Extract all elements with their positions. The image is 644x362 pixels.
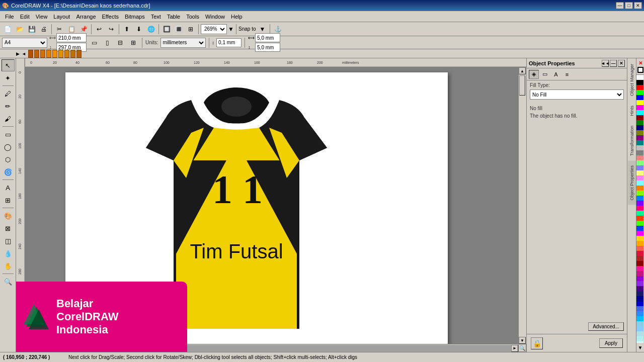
color-swatch-40[interactable] bbox=[636, 276, 643, 281]
color-swatch-16[interactable] bbox=[636, 155, 643, 160]
zoom-tool[interactable]: 🔍 bbox=[2, 276, 15, 288]
text-tab-btn[interactable]: A bbox=[551, 70, 561, 79]
save-button[interactable]: 💾 bbox=[26, 24, 37, 35]
freehand-tool[interactable]: 🖊 bbox=[2, 87, 15, 100]
color-tab-7[interactable] bbox=[64, 50, 69, 58]
landscape-btn[interactable]: ▯ bbox=[102, 37, 113, 48]
artistic-media-tool[interactable]: 🖌 bbox=[2, 113, 15, 125]
page-sorter-btn[interactable]: 🔳 bbox=[173, 24, 184, 35]
color-swatch-6[interactable] bbox=[636, 105, 643, 110]
portrait-btn[interactable]: ▭ bbox=[89, 37, 100, 48]
transparency-tool[interactable]: ◫ bbox=[2, 235, 15, 247]
color-swatch-43[interactable] bbox=[636, 291, 643, 296]
color-swatch-3[interactable] bbox=[636, 90, 643, 95]
close-button[interactable]: ✕ bbox=[634, 2, 642, 9]
color-swatch-47[interactable] bbox=[636, 311, 643, 316]
menu-help[interactable]: Help bbox=[228, 13, 246, 21]
color-swatch-50[interactable] bbox=[636, 326, 643, 331]
nudge-input[interactable] bbox=[216, 38, 242, 47]
color-swatch-49[interactable] bbox=[636, 321, 643, 326]
advanced-button[interactable]: Advanced... bbox=[588, 322, 624, 331]
color-swatch-45[interactable] bbox=[636, 301, 643, 306]
ellipse-tool[interactable]: ◯ bbox=[2, 141, 15, 153]
color-swatch-28[interactable] bbox=[636, 216, 643, 221]
zoom-in-btn[interactable]: ⊞ bbox=[185, 24, 196, 35]
menu-text[interactable]: Text bbox=[148, 13, 164, 21]
color-swatch-13[interactable] bbox=[636, 140, 643, 145]
color-swatch-34[interactable] bbox=[636, 246, 643, 251]
mesh-fill-tool[interactable]: ⊠ bbox=[2, 222, 15, 234]
color-swatch-23[interactable] bbox=[636, 191, 643, 196]
panel-min-btn[interactable]: — bbox=[610, 60, 617, 67]
palette-close-btn[interactable]: ✕ bbox=[637, 59, 644, 66]
panel-close-btn[interactable]: ✕ bbox=[618, 60, 625, 67]
color-swatch-4[interactable] bbox=[636, 95, 643, 100]
color-tab-8[interactable] bbox=[70, 50, 75, 58]
color-tab-9[interactable] bbox=[76, 50, 82, 58]
color-swatch-17[interactable] bbox=[636, 160, 643, 165]
color-swatch-22[interactable] bbox=[636, 186, 643, 191]
zoom-dropdown-btn[interactable]: ▼ bbox=[228, 24, 234, 35]
canvas-area[interactable]: 0 20 40 60 80 100 120 140 160 180 200 mi… bbox=[16, 58, 526, 352]
eyedropper-tool[interactable]: 💧 bbox=[2, 247, 15, 259]
scrollbar-vertical[interactable]: ▲ ▼ bbox=[518, 67, 526, 344]
node-tool[interactable]: ✦ bbox=[2, 72, 15, 84]
table-tool[interactable]: ⊞ bbox=[2, 194, 15, 206]
vtab-transformation[interactable]: Transformation bbox=[628, 121, 636, 160]
select-tool[interactable]: ↖ bbox=[2, 59, 15, 71]
dup-dist-h-input[interactable] bbox=[255, 33, 280, 42]
menu-bitmaps[interactable]: Bitmaps bbox=[122, 13, 148, 21]
color-swatch-32[interactable] bbox=[636, 236, 643, 241]
page-margins-btn[interactable]: ⊟ bbox=[115, 37, 126, 48]
color-swatch-19[interactable] bbox=[636, 170, 643, 175]
prev-page-btn[interactable]: ◄ bbox=[22, 51, 26, 56]
panel-expand-btn[interactable]: ◄◄ bbox=[602, 60, 609, 67]
color-swatch-52[interactable] bbox=[636, 336, 643, 341]
menu-view[interactable]: View bbox=[33, 13, 51, 21]
scroll-down-btn[interactable]: ▼ bbox=[519, 337, 526, 344]
color-tab-3[interactable] bbox=[40, 50, 45, 58]
full-screen-btn[interactable]: 🔲 bbox=[161, 24, 172, 35]
color-swatch-5[interactable] bbox=[636, 100, 643, 105]
vtab-object-properties[interactable]: Object Properties bbox=[628, 161, 636, 205]
units-select[interactable]: millimeters inches pixels bbox=[160, 38, 206, 48]
interactive-fill-tool[interactable]: 🎨 bbox=[2, 210, 15, 222]
no-color-swatch[interactable] bbox=[637, 67, 643, 73]
color-swatch-48[interactable] bbox=[636, 316, 643, 321]
color-swatch-1[interactable] bbox=[636, 80, 643, 85]
color-swatch-51[interactable] bbox=[636, 331, 643, 336]
rectangle-tool[interactable]: ▭ bbox=[2, 128, 15, 140]
open-button[interactable]: 📂 bbox=[14, 24, 25, 35]
color-swatch-44[interactable] bbox=[636, 296, 643, 301]
color-swatch-46[interactable] bbox=[636, 306, 643, 311]
import-button[interactable]: ⬆ bbox=[121, 24, 132, 35]
vtab-object-manager[interactable]: Object Manager bbox=[628, 59, 636, 101]
menu-layout[interactable]: Layout bbox=[50, 13, 73, 21]
color-swatch-38[interactable] bbox=[636, 266, 643, 271]
color-swatch-24[interactable] bbox=[636, 196, 643, 201]
color-swatch-25[interactable] bbox=[636, 201, 643, 206]
lock-button[interactable]: 🔒 bbox=[531, 337, 543, 349]
spiral-tool[interactable]: 🌀 bbox=[2, 166, 15, 178]
add-page-btn[interactable]: ▶ bbox=[16, 51, 20, 56]
color-swatch-7[interactable] bbox=[636, 110, 643, 115]
menu-arrange[interactable]: Arrange bbox=[73, 13, 99, 21]
color-swatch-37[interactable] bbox=[636, 261, 643, 266]
vtab-hints[interactable]: Hints bbox=[628, 101, 636, 121]
zoom-select[interactable]: 269% 100% 200% 50% bbox=[201, 24, 227, 34]
pan-tool[interactable]: ✋ bbox=[2, 260, 15, 272]
color-swatch-27[interactable] bbox=[636, 211, 643, 216]
page-width-input[interactable] bbox=[56, 33, 87, 42]
bezier-tool[interactable]: ✏ bbox=[2, 100, 15, 112]
color-tab-1[interactable] bbox=[28, 50, 33, 58]
minimize-button[interactable]: — bbox=[616, 2, 624, 9]
export-button[interactable]: ⬇ bbox=[133, 24, 144, 35]
apply-button[interactable]: Apply bbox=[599, 338, 623, 348]
scroll-up-btn[interactable]: ▲ bbox=[519, 67, 526, 74]
color-tab-5[interactable] bbox=[52, 50, 57, 58]
print-button[interactable]: 🖨 bbox=[38, 24, 49, 35]
color-swatch-15[interactable] bbox=[636, 150, 643, 155]
fill-type-select[interactable]: No Fill Uniform Fill Fountain Fill Patte… bbox=[530, 89, 624, 100]
color-swatch-35[interactable] bbox=[636, 251, 643, 256]
menu-effects[interactable]: Effects bbox=[99, 13, 122, 21]
